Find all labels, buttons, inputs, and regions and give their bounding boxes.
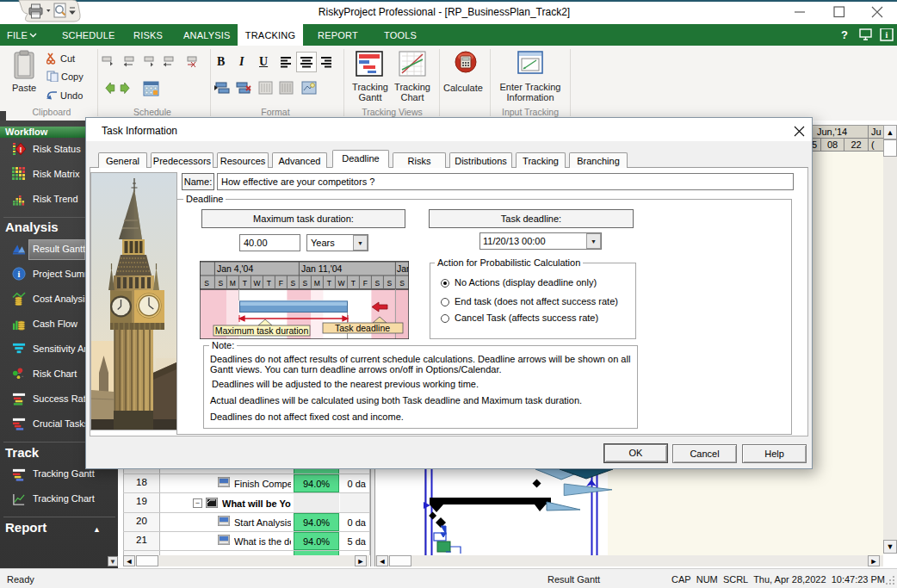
svg-text:S: S [303, 279, 308, 288]
svg-text:S: S [204, 279, 209, 288]
svg-text:Jan: Jan [397, 263, 409, 274]
svg-text:i: i [18, 269, 21, 279]
svg-text:F: F [363, 279, 368, 288]
svg-text:M: M [230, 279, 236, 288]
svg-text:S: S [387, 279, 393, 288]
svg-text:W: W [253, 279, 260, 288]
svg-text:Jan 11,'04: Jan 11,'04 [301, 263, 343, 274]
svg-text:S: S [399, 279, 405, 288]
svg-text:S: S [375, 279, 380, 288]
svg-text:Jan 4,'04: Jan 4,'04 [217, 263, 253, 274]
svg-text:Task deadline: Task deadline [335, 323, 390, 333]
svg-text:!: ! [20, 145, 22, 154]
svg-text:T: T [267, 279, 271, 288]
svg-text:Maximum task duration: Maximum task duration [215, 325, 309, 336]
svg-text:S: S [219, 279, 224, 288]
svg-text:T: T [243, 279, 247, 288]
svg-text:S: S [291, 279, 296, 288]
svg-text:i: i [886, 30, 888, 40]
svg-text:W: W [337, 279, 344, 288]
svg-text:T: T [351, 279, 356, 288]
svg-text:T: T [327, 279, 331, 288]
svg-text:M: M [314, 279, 320, 288]
svg-text:F: F [279, 279, 283, 288]
